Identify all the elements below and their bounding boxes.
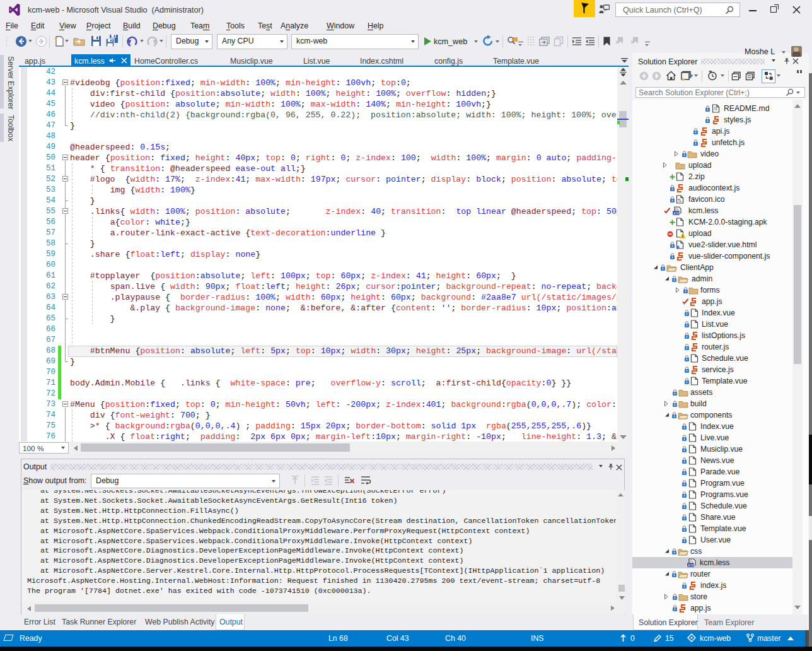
svg-text:LESS: LESS [672,211,681,215]
svg-text:LESS: LESS [687,563,695,567]
